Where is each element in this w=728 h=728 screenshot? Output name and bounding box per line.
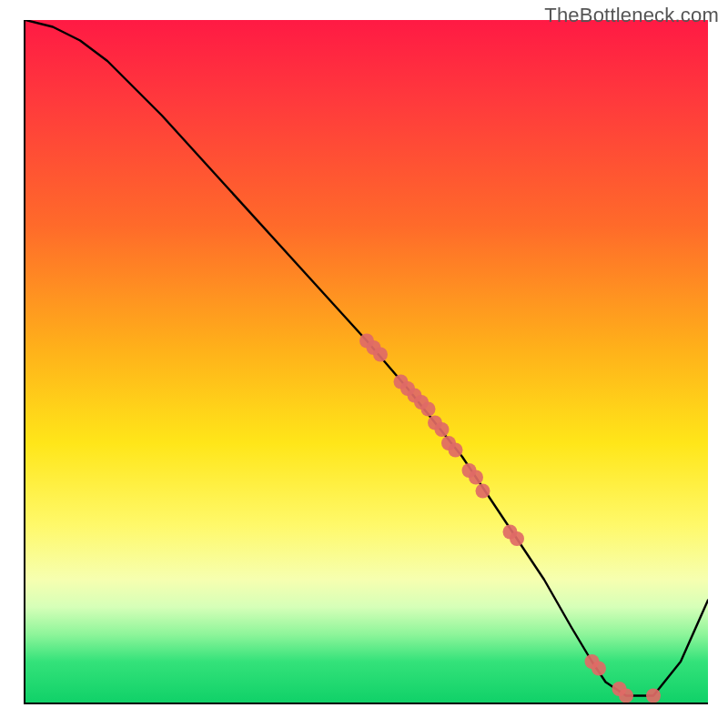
sample-point — [592, 662, 606, 676]
chart-overlay-svg — [25, 20, 708, 703]
sample-point — [449, 443, 463, 458]
sample-point — [421, 402, 436, 417]
sample-point — [646, 689, 661, 703]
sample-point — [469, 470, 483, 485]
sample-point — [373, 348, 388, 362]
sample-point — [619, 689, 633, 703]
sample-point — [435, 422, 450, 437]
bottleneck-curve — [25, 20, 708, 696]
x-axis-line — [24, 703, 708, 704]
sample-point — [510, 531, 524, 546]
sample-point — [476, 484, 490, 499]
sample-points-group — [359, 334, 661, 703]
